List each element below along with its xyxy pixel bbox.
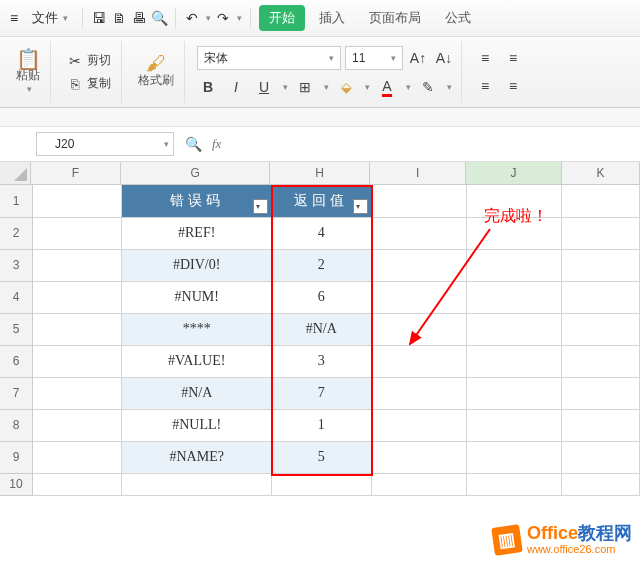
- cell[interactable]: [562, 441, 640, 473]
- cell-errorcode[interactable]: #VALUE!: [122, 345, 271, 377]
- cell[interactable]: [33, 345, 122, 377]
- highlight-button[interactable]: ✎: [417, 76, 439, 98]
- filter-icon[interactable]: ▾: [353, 199, 368, 214]
- cell[interactable]: [562, 281, 640, 313]
- row-header[interactable]: 2: [0, 217, 33, 249]
- cell-errorcode[interactable]: #REF!: [122, 217, 271, 249]
- table-header-return[interactable]: 返回值▾: [271, 185, 371, 217]
- save-icon[interactable]: 🖫: [91, 10, 107, 26]
- cell[interactable]: [371, 377, 466, 409]
- cell[interactable]: [562, 409, 640, 441]
- align-left-icon[interactable]: ≡: [474, 75, 496, 97]
- cell-return[interactable]: 3: [271, 345, 371, 377]
- cell-return[interactable]: 1: [271, 409, 371, 441]
- cell-errorcode[interactable]: #N/A: [122, 377, 271, 409]
- zoom-icon[interactable]: 🔍: [182, 133, 204, 155]
- cell[interactable]: [466, 409, 561, 441]
- name-box[interactable]: J20▾: [36, 132, 174, 156]
- cell[interactable]: [371, 185, 466, 217]
- cell[interactable]: [562, 217, 640, 249]
- cell[interactable]: [33, 313, 122, 345]
- row-header[interactable]: 5: [0, 313, 33, 345]
- col-header-K[interactable]: K: [562, 162, 640, 184]
- cell[interactable]: [33, 185, 122, 217]
- cell-return[interactable]: 7: [271, 377, 371, 409]
- cell-return[interactable]: 6: [271, 281, 371, 313]
- select-all-corner[interactable]: [0, 162, 31, 184]
- cell[interactable]: [466, 313, 561, 345]
- align-middle-icon[interactable]: ≡: [502, 47, 524, 69]
- save-as-icon[interactable]: 🗎: [111, 10, 127, 26]
- fx-icon[interactable]: fx: [212, 136, 221, 152]
- cell[interactable]: [33, 409, 122, 441]
- cell[interactable]: [33, 377, 122, 409]
- grow-font-icon[interactable]: A↑: [407, 47, 429, 69]
- file-menu[interactable]: 文件▾: [26, 6, 74, 30]
- cell[interactable]: [562, 345, 640, 377]
- align-center-icon[interactable]: ≡: [502, 75, 524, 97]
- cell-return[interactable]: 4: [271, 217, 371, 249]
- preview-icon[interactable]: 🔍: [151, 10, 167, 26]
- fill-color-button[interactable]: ⬙: [335, 76, 357, 98]
- cell[interactable]: [371, 345, 466, 377]
- cell[interactable]: [33, 217, 122, 249]
- underline-button[interactable]: U: [253, 76, 275, 98]
- cut-button[interactable]: ✂剪切: [63, 50, 115, 71]
- row-header[interactable]: 10: [0, 473, 33, 495]
- cell-errorcode[interactable]: #NULL!: [122, 409, 271, 441]
- cell[interactable]: [33, 281, 122, 313]
- cell-return[interactable]: 5: [271, 441, 371, 473]
- cell[interactable]: [371, 249, 466, 281]
- format-painter-button[interactable]: 🖌 格式刷: [134, 54, 178, 91]
- cell-errorcode[interactable]: #DIV/0!: [122, 249, 271, 281]
- font-name-combo[interactable]: 宋体▾: [197, 46, 341, 70]
- row-header[interactable]: 3: [0, 249, 33, 281]
- cell[interactable]: [562, 377, 640, 409]
- tab-insert[interactable]: 插入: [309, 5, 355, 31]
- col-header-G[interactable]: G: [121, 162, 270, 184]
- tab-formula[interactable]: 公式: [435, 5, 481, 31]
- cell-errorcode[interactable]: #NAME?: [122, 441, 271, 473]
- filter-icon[interactable]: ▾: [253, 199, 268, 214]
- cell[interactable]: [33, 441, 122, 473]
- cell[interactable]: [371, 441, 466, 473]
- undo-icon[interactable]: ↶: [184, 10, 200, 26]
- tab-layout[interactable]: 页面布局: [359, 5, 431, 31]
- row-header[interactable]: 9: [0, 441, 33, 473]
- italic-button[interactable]: I: [225, 76, 247, 98]
- font-size-combo[interactable]: 11▾: [345, 46, 403, 70]
- col-header-F[interactable]: F: [31, 162, 121, 184]
- cell[interactable]: [371, 281, 466, 313]
- col-header-J[interactable]: J: [466, 162, 562, 184]
- redo-icon[interactable]: ↷: [215, 10, 231, 26]
- cell[interactable]: [466, 249, 561, 281]
- cell[interactable]: [466, 441, 561, 473]
- borders-button[interactable]: ⊞: [294, 76, 316, 98]
- cell-errorcode[interactable]: #NUM!: [122, 281, 271, 313]
- shrink-font-icon[interactable]: A↓: [433, 47, 455, 69]
- row-header[interactable]: 8: [0, 409, 33, 441]
- cell[interactable]: [371, 409, 466, 441]
- cell[interactable]: [466, 345, 561, 377]
- align-top-icon[interactable]: ≡: [474, 47, 496, 69]
- row-header[interactable]: 1: [0, 185, 33, 217]
- cell[interactable]: [562, 313, 640, 345]
- col-header-H[interactable]: H: [270, 162, 370, 184]
- cell[interactable]: [466, 281, 561, 313]
- table-header-errorcode[interactable]: 错误码▾: [122, 185, 271, 217]
- cell[interactable]: [371, 313, 466, 345]
- paste-button[interactable]: 📋 粘贴▾: [12, 49, 44, 96]
- bold-button[interactable]: B: [197, 76, 219, 98]
- app-menu-icon[interactable]: ≡: [6, 10, 22, 26]
- row-header[interactable]: 6: [0, 345, 33, 377]
- row-header[interactable]: 7: [0, 377, 33, 409]
- font-color-button[interactable]: A: [376, 76, 398, 98]
- row-header[interactable]: 4: [0, 281, 33, 313]
- col-header-I[interactable]: I: [370, 162, 466, 184]
- cell[interactable]: [371, 217, 466, 249]
- cell-return[interactable]: #N/A: [271, 313, 371, 345]
- cell-errorcode[interactable]: ****: [122, 313, 271, 345]
- cell-return[interactable]: 2: [271, 249, 371, 281]
- copy-button[interactable]: ⎘复制: [63, 73, 115, 94]
- grid-body[interactable]: 1 错误码▾ 返回值▾ 2#REF!43#DIV/0!24#NUM!65****…: [0, 185, 640, 496]
